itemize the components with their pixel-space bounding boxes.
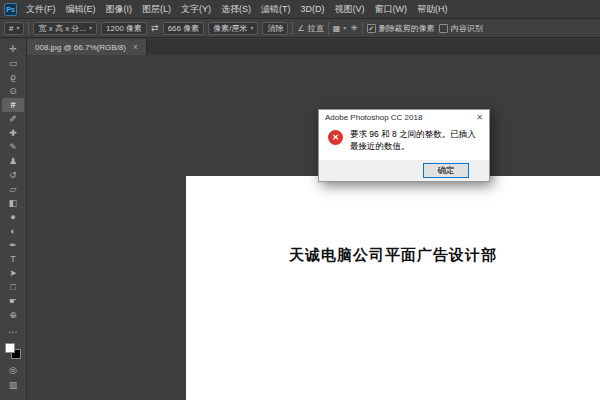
chevron-down-icon: ▾ [16, 25, 19, 31]
blur-tool[interactable]: ● [2, 210, 24, 224]
delete-cropped-pixels-label: 删除裁剪的像素 [379, 23, 435, 34]
clear-button[interactable]: 清除 [262, 22, 288, 35]
menu-item[interactable]: 窗口(W) [370, 0, 413, 19]
type-tool[interactable]: T [2, 252, 24, 266]
dialog-body: ✕ 要求 96 和 8 之间的整数。已插入最接近的数值。 [319, 125, 489, 160]
divider [28, 22, 29, 35]
dodge-tool[interactable]: ◐ [2, 224, 24, 238]
shape-tool[interactable]: □ [2, 280, 24, 294]
menu-bar-items: 文件(F)编辑(E)图像(I)图层(L)文字(Y)选择(S)滤镜(T)3D(D)… [21, 0, 453, 19]
crop-ratio-value: 宽 x 高 x 分... [38, 23, 86, 34]
crop-settings-gear-icon[interactable]: ✳ [350, 23, 358, 33]
document-area: 008.jpg @ 66.7%(RGB/8) × 天诚电脑公司平面广告设计部 A… [27, 39, 600, 400]
content-aware-label: 内容识别 [451, 23, 483, 34]
menu-item[interactable]: 选择(S) [216, 0, 256, 19]
marquee-tool[interactable]: ▭ [2, 56, 24, 70]
lasso-tool[interactable]: ϱ [2, 70, 24, 84]
tools-panel: ✛▭ϱ⊙#✐✚✎♟↺▱◧●◐✒T➤□☛⊕ ⋯ ◎ ▥ [0, 39, 27, 400]
tool-list: ✛▭ϱ⊙#✐✚✎♟↺▱◧●◐✒T➤□☛⊕ [2, 42, 24, 322]
overlay-grid-icon: ▦ [333, 24, 341, 33]
crop-tool[interactable]: # [2, 98, 24, 112]
content-aware-option[interactable]: 内容识别 [439, 23, 483, 34]
chevron-down-icon: ▾ [89, 25, 92, 31]
delete-cropped-pixels-option[interactable]: ✓ 删除裁剪的像素 [367, 23, 435, 34]
menu-item[interactable]: 视图(V) [330, 0, 370, 19]
error-x-glyph: ✕ [332, 133, 339, 142]
path-selection-tool[interactable]: ➤ [2, 266, 24, 280]
swap-dimensions-icon[interactable]: ⇄ [151, 23, 159, 33]
document-canvas[interactable]: 天诚电脑公司平面广告设计部 [186, 176, 600, 400]
overlay-options-dropdown[interactable]: ▦ ▾ [333, 24, 347, 33]
crop-height-input[interactable]: 666 像素 [163, 22, 205, 35]
foreground-color-swatch[interactable] [5, 343, 15, 353]
color-swatches[interactable] [5, 343, 21, 359]
menu-item[interactable]: 文件(F) [21, 0, 61, 19]
crop-width-value: 1200 像素 [106, 23, 142, 34]
dialog-close-icon[interactable]: ✕ [476, 113, 483, 122]
menu-item[interactable]: 图层(L) [137, 0, 176, 19]
tool-preset-picker[interactable]: # ▾ [4, 22, 24, 35]
canvas-pasteboard: 天诚电脑公司平面广告设计部 Adobe Photoshop CC 2018 ✕ … [27, 55, 600, 400]
chevron-down-icon: ▾ [343, 25, 346, 31]
hand-tool[interactable]: ☛ [2, 294, 24, 308]
divider [362, 22, 363, 35]
error-dialog: Adobe Photoshop CC 2018 ✕ ✕ 要求 96 和 8 之间… [318, 109, 490, 182]
dialog-title-bar[interactable]: Adobe Photoshop CC 2018 ✕ [319, 110, 489, 125]
quick-selection-tool[interactable]: ⊙ [2, 84, 24, 98]
tab-close-icon[interactable]: × [133, 42, 138, 52]
clone-stamp-tool[interactable]: ♟ [2, 154, 24, 168]
menu-item[interactable]: 滤镜(T) [256, 0, 296, 19]
divider [292, 22, 293, 35]
error-icon: ✕ [328, 130, 343, 145]
edit-toolbar-icon[interactable]: ⋯ [2, 325, 24, 339]
crop-height-value: 666 像素 [168, 23, 200, 34]
zoom-tool[interactable]: ⊕ [2, 308, 24, 322]
dialog-title: Adobe Photoshop CC 2018 [325, 113, 422, 122]
options-bar: # ▾ 宽 x 高 x 分... ▾ 1200 像素 ⇄ 666 像素 像素/厘… [0, 19, 600, 38]
main-area: ✛▭ϱ⊙#✐✚✎♟↺▱◧●◐✒T➤□☛⊕ ⋯ ◎ ▥ 008.jpg @ 66.… [0, 39, 600, 400]
menu-item[interactable]: 文字(Y) [176, 0, 216, 19]
content-aware-checkbox[interactable] [439, 24, 448, 33]
history-brush-tool[interactable]: ↺ [2, 168, 24, 182]
resolution-unit-dropdown[interactable]: 像素/厘米 ▾ [208, 22, 258, 35]
crop-ratio-dropdown[interactable]: 宽 x 高 x 分... ▾ [33, 22, 97, 35]
quick-mask-icon[interactable]: ◎ [2, 363, 24, 377]
screen-mode-icon[interactable]: ▥ [2, 378, 24, 392]
healing-brush-tool[interactable]: ✚ [2, 126, 24, 140]
ok-button[interactable]: 确定 [423, 163, 469, 178]
tools-panel-extras: ⋯ ◎ ▥ [2, 325, 24, 392]
delete-cropped-pixels-checkbox[interactable]: ✓ [367, 24, 376, 33]
menu-bar: Ps 文件(F)编辑(E)图像(I)图层(L)文字(Y)选择(S)滤镜(T)3D… [0, 0, 600, 19]
resolution-unit-value: 像素/厘米 [213, 23, 247, 34]
crop-tool-icon: # [9, 24, 13, 33]
eraser-tool[interactable]: ▱ [2, 182, 24, 196]
document-headline: 天诚电脑公司平面广告设计部 [186, 246, 600, 265]
eyedropper-tool[interactable]: ✐ [2, 112, 24, 126]
gradient-tool[interactable]: ◧ [2, 196, 24, 210]
pen-tool[interactable]: ✒ [2, 238, 24, 252]
chevron-down-icon: ▾ [250, 25, 253, 31]
crop-width-input[interactable]: 1200 像素 [101, 22, 147, 35]
straighten-icon: ∠ [297, 24, 304, 33]
document-tab-title: 008.jpg @ 66.7%(RGB/8) [35, 43, 126, 52]
brush-tool[interactable]: ✎ [2, 140, 24, 154]
move-tool[interactable]: ✛ [2, 42, 24, 56]
menu-item[interactable]: 3D(D) [296, 0, 330, 19]
dialog-footer: 确定 [319, 160, 489, 181]
straighten-label: 拉直 [308, 23, 324, 34]
menu-item[interactable]: 编辑(E) [61, 0, 101, 19]
dialog-message: 要求 96 和 8 之间的整数。已插入最接近的数值。 [350, 128, 480, 153]
photoshop-logo-icon: Ps [4, 3, 17, 16]
divider [328, 22, 329, 35]
document-tab-bar: 008.jpg @ 66.7%(RGB/8) × [27, 39, 600, 55]
straighten-button[interactable]: ∠ 拉直 [297, 23, 323, 34]
document-tab[interactable]: 008.jpg @ 66.7%(RGB/8) × [27, 39, 147, 55]
clear-button-label: 清除 [267, 23, 283, 34]
menu-item[interactable]: 图像(I) [101, 0, 138, 19]
menu-item[interactable]: 帮助(H) [412, 0, 453, 19]
